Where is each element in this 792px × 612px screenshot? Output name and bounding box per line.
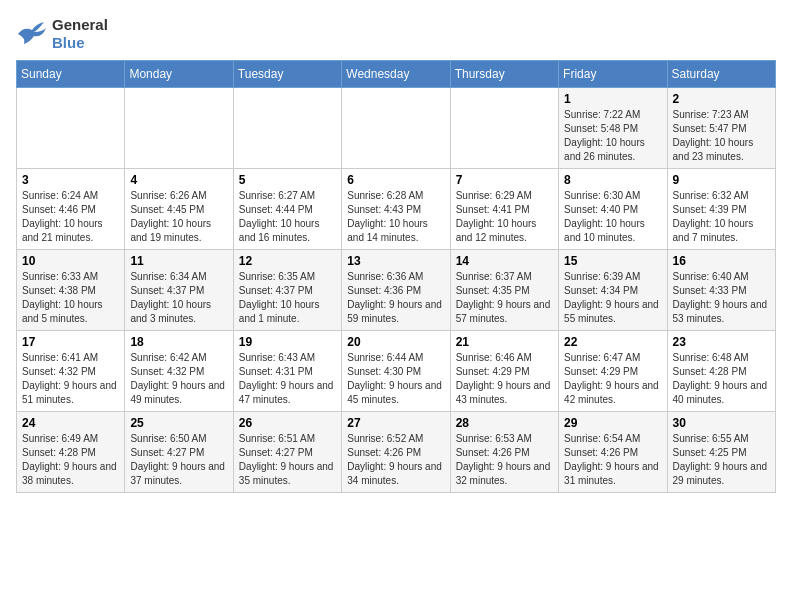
- calendar-cell: 22Sunrise: 6:47 AM Sunset: 4:29 PM Dayli…: [559, 331, 667, 412]
- calendar-cell: 8Sunrise: 6:30 AM Sunset: 4:40 PM Daylig…: [559, 169, 667, 250]
- day-number: 24: [22, 416, 119, 430]
- day-info: Sunrise: 6:28 AM Sunset: 4:43 PM Dayligh…: [347, 189, 444, 245]
- day-number: 29: [564, 416, 661, 430]
- calendar-week-1: 1Sunrise: 7:22 AM Sunset: 5:48 PM Daylig…: [17, 88, 776, 169]
- day-number: 2: [673, 92, 770, 106]
- day-number: 16: [673, 254, 770, 268]
- calendar-cell: 6Sunrise: 6:28 AM Sunset: 4:43 PM Daylig…: [342, 169, 450, 250]
- day-info: Sunrise: 6:47 AM Sunset: 4:29 PM Dayligh…: [564, 351, 661, 407]
- calendar-cell: 21Sunrise: 6:46 AM Sunset: 4:29 PM Dayli…: [450, 331, 558, 412]
- day-info: Sunrise: 6:33 AM Sunset: 4:38 PM Dayligh…: [22, 270, 119, 326]
- day-header-friday: Friday: [559, 61, 667, 88]
- day-info: Sunrise: 6:52 AM Sunset: 4:26 PM Dayligh…: [347, 432, 444, 488]
- day-number: 15: [564, 254, 661, 268]
- calendar-cell: 16Sunrise: 6:40 AM Sunset: 4:33 PM Dayli…: [667, 250, 775, 331]
- day-number: 6: [347, 173, 444, 187]
- day-number: 9: [673, 173, 770, 187]
- day-number: 27: [347, 416, 444, 430]
- day-info: Sunrise: 6:49 AM Sunset: 4:28 PM Dayligh…: [22, 432, 119, 488]
- day-number: 5: [239, 173, 336, 187]
- calendar-week-2: 3Sunrise: 6:24 AM Sunset: 4:46 PM Daylig…: [17, 169, 776, 250]
- calendar-cell: 19Sunrise: 6:43 AM Sunset: 4:31 PM Dayli…: [233, 331, 341, 412]
- calendar-week-3: 10Sunrise: 6:33 AM Sunset: 4:38 PM Dayli…: [17, 250, 776, 331]
- calendar-week-4: 17Sunrise: 6:41 AM Sunset: 4:32 PM Dayli…: [17, 331, 776, 412]
- day-number: 12: [239, 254, 336, 268]
- logo-blue: Blue: [52, 34, 85, 51]
- calendar-week-5: 24Sunrise: 6:49 AM Sunset: 4:28 PM Dayli…: [17, 412, 776, 493]
- day-number: 19: [239, 335, 336, 349]
- calendar-header-row: SundayMondayTuesdayWednesdayThursdayFrid…: [17, 61, 776, 88]
- calendar-cell: 3Sunrise: 6:24 AM Sunset: 4:46 PM Daylig…: [17, 169, 125, 250]
- day-number: 3: [22, 173, 119, 187]
- calendar-cell: 23Sunrise: 6:48 AM Sunset: 4:28 PM Dayli…: [667, 331, 775, 412]
- calendar-cell: 14Sunrise: 6:37 AM Sunset: 4:35 PM Dayli…: [450, 250, 558, 331]
- day-header-thursday: Thursday: [450, 61, 558, 88]
- day-info: Sunrise: 6:24 AM Sunset: 4:46 PM Dayligh…: [22, 189, 119, 245]
- day-info: Sunrise: 6:37 AM Sunset: 4:35 PM Dayligh…: [456, 270, 553, 326]
- day-info: Sunrise: 6:53 AM Sunset: 4:26 PM Dayligh…: [456, 432, 553, 488]
- day-header-tuesday: Tuesday: [233, 61, 341, 88]
- day-number: 17: [22, 335, 119, 349]
- calendar-cell: 1Sunrise: 7:22 AM Sunset: 5:48 PM Daylig…: [559, 88, 667, 169]
- calendar-cell: 5Sunrise: 6:27 AM Sunset: 4:44 PM Daylig…: [233, 169, 341, 250]
- page-header: GeneralBlue: [16, 16, 776, 52]
- logo-general: General: [52, 16, 108, 33]
- calendar-cell: 28Sunrise: 6:53 AM Sunset: 4:26 PM Dayli…: [450, 412, 558, 493]
- day-number: 11: [130, 254, 227, 268]
- day-number: 10: [22, 254, 119, 268]
- calendar-cell: 10Sunrise: 6:33 AM Sunset: 4:38 PM Dayli…: [17, 250, 125, 331]
- day-number: 28: [456, 416, 553, 430]
- day-info: Sunrise: 6:30 AM Sunset: 4:40 PM Dayligh…: [564, 189, 661, 245]
- day-info: Sunrise: 6:32 AM Sunset: 4:39 PM Dayligh…: [673, 189, 770, 245]
- day-number: 7: [456, 173, 553, 187]
- calendar-cell: 30Sunrise: 6:55 AM Sunset: 4:25 PM Dayli…: [667, 412, 775, 493]
- calendar-cell: 9Sunrise: 6:32 AM Sunset: 4:39 PM Daylig…: [667, 169, 775, 250]
- logo-bird-icon: [16, 20, 48, 48]
- day-number: 13: [347, 254, 444, 268]
- day-info: Sunrise: 6:36 AM Sunset: 4:36 PM Dayligh…: [347, 270, 444, 326]
- calendar-cell: 11Sunrise: 6:34 AM Sunset: 4:37 PM Dayli…: [125, 250, 233, 331]
- calendar-table: SundayMondayTuesdayWednesdayThursdayFrid…: [16, 60, 776, 493]
- day-number: 14: [456, 254, 553, 268]
- day-number: 22: [564, 335, 661, 349]
- calendar-cell: 27Sunrise: 6:52 AM Sunset: 4:26 PM Dayli…: [342, 412, 450, 493]
- calendar-cell: 26Sunrise: 6:51 AM Sunset: 4:27 PM Dayli…: [233, 412, 341, 493]
- day-info: Sunrise: 6:51 AM Sunset: 4:27 PM Dayligh…: [239, 432, 336, 488]
- day-number: 26: [239, 416, 336, 430]
- day-number: 4: [130, 173, 227, 187]
- day-info: Sunrise: 6:39 AM Sunset: 4:34 PM Dayligh…: [564, 270, 661, 326]
- calendar-cell: [450, 88, 558, 169]
- calendar-cell: [125, 88, 233, 169]
- day-info: Sunrise: 6:42 AM Sunset: 4:32 PM Dayligh…: [130, 351, 227, 407]
- day-info: Sunrise: 6:40 AM Sunset: 4:33 PM Dayligh…: [673, 270, 770, 326]
- day-number: 1: [564, 92, 661, 106]
- calendar-cell: 24Sunrise: 6:49 AM Sunset: 4:28 PM Dayli…: [17, 412, 125, 493]
- day-info: Sunrise: 6:55 AM Sunset: 4:25 PM Dayligh…: [673, 432, 770, 488]
- day-number: 18: [130, 335, 227, 349]
- calendar-cell: 17Sunrise: 6:41 AM Sunset: 4:32 PM Dayli…: [17, 331, 125, 412]
- calendar-cell: 18Sunrise: 6:42 AM Sunset: 4:32 PM Dayli…: [125, 331, 233, 412]
- day-number: 25: [130, 416, 227, 430]
- day-info: Sunrise: 6:29 AM Sunset: 4:41 PM Dayligh…: [456, 189, 553, 245]
- logo: GeneralBlue: [16, 16, 108, 52]
- calendar-cell: [17, 88, 125, 169]
- day-header-saturday: Saturday: [667, 61, 775, 88]
- day-header-sunday: Sunday: [17, 61, 125, 88]
- day-info: Sunrise: 7:23 AM Sunset: 5:47 PM Dayligh…: [673, 108, 770, 164]
- day-info: Sunrise: 6:27 AM Sunset: 4:44 PM Dayligh…: [239, 189, 336, 245]
- calendar-cell: 4Sunrise: 6:26 AM Sunset: 4:45 PM Daylig…: [125, 169, 233, 250]
- calendar-cell: [342, 88, 450, 169]
- day-info: Sunrise: 7:22 AM Sunset: 5:48 PM Dayligh…: [564, 108, 661, 164]
- day-header-monday: Monday: [125, 61, 233, 88]
- day-number: 21: [456, 335, 553, 349]
- day-number: 20: [347, 335, 444, 349]
- calendar-cell: 2Sunrise: 7:23 AM Sunset: 5:47 PM Daylig…: [667, 88, 775, 169]
- day-number: 8: [564, 173, 661, 187]
- day-info: Sunrise: 6:48 AM Sunset: 4:28 PM Dayligh…: [673, 351, 770, 407]
- day-info: Sunrise: 6:41 AM Sunset: 4:32 PM Dayligh…: [22, 351, 119, 407]
- calendar-cell: 13Sunrise: 6:36 AM Sunset: 4:36 PM Dayli…: [342, 250, 450, 331]
- day-info: Sunrise: 6:50 AM Sunset: 4:27 PM Dayligh…: [130, 432, 227, 488]
- calendar-cell: 20Sunrise: 6:44 AM Sunset: 4:30 PM Dayli…: [342, 331, 450, 412]
- day-info: Sunrise: 6:26 AM Sunset: 4:45 PM Dayligh…: [130, 189, 227, 245]
- day-info: Sunrise: 6:34 AM Sunset: 4:37 PM Dayligh…: [130, 270, 227, 326]
